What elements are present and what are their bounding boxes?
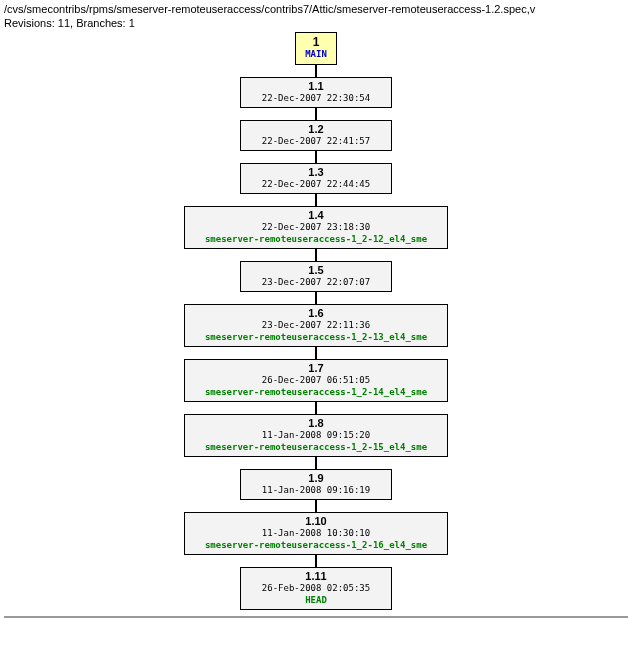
revision-node[interactable]: 1.422-Dec-2007 23:18:30smeserver-remoteu…	[184, 206, 448, 249]
revision-node[interactable]: 1.322-Dec-2007 22:44:45	[240, 163, 392, 194]
branch-name: MAIN	[296, 48, 336, 60]
branch-box-main[interactable]: 1 MAIN	[295, 32, 337, 65]
revision-number: 1.6	[191, 307, 441, 319]
revision-node[interactable]: 1.1126-Feb-2008 02:05:35HEAD	[240, 567, 392, 610]
revision-node[interactable]: 1.911-Jan-2008 09:16:19	[240, 469, 392, 500]
connector-line	[0, 292, 632, 304]
revision-meta: Revisions: 11, Branches: 1	[4, 16, 628, 30]
revision-date: 23-Dec-2007 22:07:07	[247, 276, 385, 288]
revision-date: 22-Dec-2007 22:44:45	[247, 178, 385, 190]
header: /cvs/smecontribs/rpms/smeserver-remoteus…	[0, 0, 632, 32]
revision-number: 1.3	[247, 166, 385, 178]
revision-date: 11-Jan-2008 09:15:20	[191, 429, 441, 441]
revision-graph: 1 MAIN 1.122-Dec-2007 22:30:541.222-Dec-…	[0, 32, 632, 610]
revision-node[interactable]: 1.623-Dec-2007 22:11:36smeserver-remoteu…	[184, 304, 448, 347]
revision-number: 1.8	[191, 417, 441, 429]
revision-node[interactable]: 1.1011-Jan-2008 10:30:10smeserver-remote…	[184, 512, 448, 555]
revision-tag: smeserver-remoteuseraccess-1_2-12_el4_sm…	[191, 233, 441, 245]
revision-date: 26-Dec-2007 06:51:05	[191, 374, 441, 386]
revision-number: 1.1	[247, 80, 385, 92]
revision-node[interactable]: 1.811-Jan-2008 09:15:20smeserver-remoteu…	[184, 414, 448, 457]
connector-line	[0, 555, 632, 567]
connector-line	[0, 500, 632, 512]
connector-line	[0, 65, 632, 77]
revision-number: 1.9	[247, 472, 385, 484]
branch-number: 1	[296, 36, 336, 48]
revision-tag: smeserver-remoteuseraccess-1_2-15_el4_sm…	[191, 441, 441, 453]
revision-tag: smeserver-remoteuseraccess-1_2-16_el4_sm…	[191, 539, 441, 551]
revision-date: 22-Dec-2007 23:18:30	[191, 221, 441, 233]
revision-date: 26-Feb-2008 02:05:35	[247, 582, 385, 594]
revision-date: 23-Dec-2007 22:11:36	[191, 319, 441, 331]
revision-tag: HEAD	[247, 594, 385, 606]
footer-separator	[4, 616, 628, 618]
revision-date: 11-Jan-2008 10:30:10	[191, 527, 441, 539]
revision-tag: smeserver-remoteuseraccess-1_2-13_el4_sm…	[191, 331, 441, 343]
connector-line	[0, 457, 632, 469]
revision-number: 1.7	[191, 362, 441, 374]
revision-node[interactable]: 1.523-Dec-2007 22:07:07	[240, 261, 392, 292]
revision-number: 1.2	[247, 123, 385, 135]
connector-line	[0, 402, 632, 414]
revision-number: 1.10	[191, 515, 441, 527]
revision-date: 11-Jan-2008 09:16:19	[247, 484, 385, 496]
revision-date: 22-Dec-2007 22:30:54	[247, 92, 385, 104]
repo-path: /cvs/smecontribs/rpms/smeserver-remoteus…	[4, 2, 628, 16]
revision-number: 1.4	[191, 209, 441, 221]
connector-line	[0, 249, 632, 261]
revision-node[interactable]: 1.726-Dec-2007 06:51:05smeserver-remoteu…	[184, 359, 448, 402]
revision-number: 1.11	[247, 570, 385, 582]
revision-date: 22-Dec-2007 22:41:57	[247, 135, 385, 147]
connector-line	[0, 347, 632, 359]
connector-line	[0, 194, 632, 206]
revision-node[interactable]: 1.222-Dec-2007 22:41:57	[240, 120, 392, 151]
revision-tag: smeserver-remoteuseraccess-1_2-14_el4_sm…	[191, 386, 441, 398]
revision-node[interactable]: 1.122-Dec-2007 22:30:54	[240, 77, 392, 108]
connector-line	[0, 108, 632, 120]
connector-line	[0, 151, 632, 163]
revision-number: 1.5	[247, 264, 385, 276]
